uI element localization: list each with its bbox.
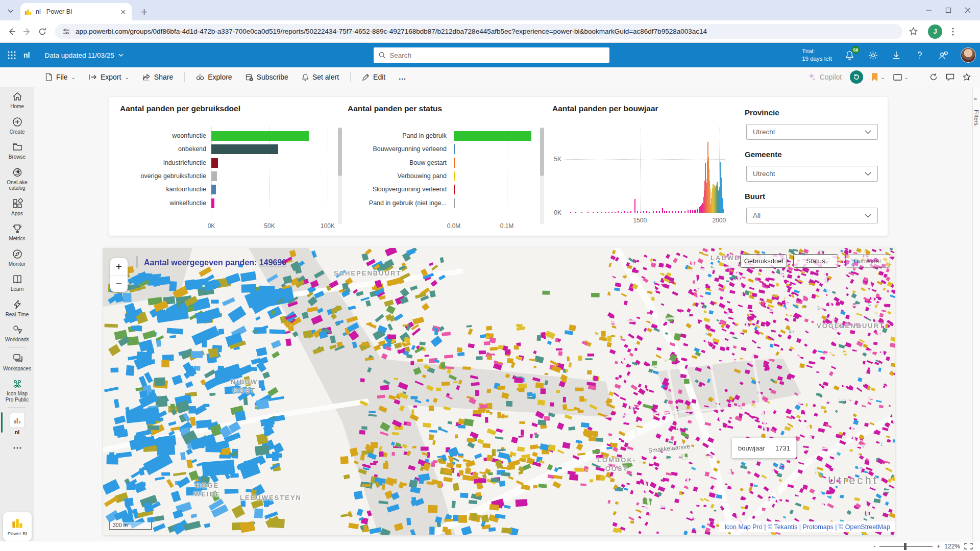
powerbi-product-button[interactable]: Power BI <box>3 512 32 541</box>
global-search[interactable] <box>374 47 609 63</box>
bar-industriefunctie[interactable] <box>211 158 218 168</box>
forward-button[interactable] <box>19 24 35 39</box>
help-icon[interactable] <box>914 49 926 61</box>
bar-kantoorfunctie[interactable] <box>211 185 216 194</box>
window-minimize-button[interactable] <box>926 7 932 13</box>
window-close-button[interactable] <box>965 7 971 13</box>
histogram-bar[interactable] <box>653 211 654 213</box>
copilot-button[interactable]: Copilot <box>807 72 842 82</box>
histogram-bar[interactable] <box>601 212 602 213</box>
sidebar-item-learn[interactable]: Learn <box>0 270 34 295</box>
sidebar-item-home[interactable]: Home <box>0 87 34 113</box>
histogram-bar[interactable] <box>694 210 695 213</box>
histogram-bar[interactable] <box>570 212 571 213</box>
comments-button[interactable] <box>946 73 954 81</box>
window-maximize-button[interactable] <box>945 7 951 13</box>
export-menu-button[interactable]: Export⌄ <box>85 69 133 85</box>
histogram-bar[interactable] <box>681 211 682 213</box>
feedback-icon[interactable] <box>937 49 949 61</box>
histogram-bar[interactable] <box>575 212 576 213</box>
bar-pand-in-gebruik[interactable] <box>454 131 531 141</box>
file-menu-button[interactable]: File⌄ <box>41 69 80 85</box>
chart-scrollbar-thumb[interactable] <box>540 128 544 176</box>
histogram-bar[interactable] <box>640 212 641 213</box>
histogram-bar[interactable] <box>690 210 691 213</box>
histogram-bar[interactable] <box>608 212 609 213</box>
refresh-visuals-button[interactable] <box>929 73 938 81</box>
sidebar-item-iconmap[interactable]: Icon MapPro Public <box>0 374 34 406</box>
histogram-bar[interactable] <box>618 211 619 213</box>
download-icon[interactable] <box>890 49 902 61</box>
sidebar-item-nl[interactable]: nl <box>0 409 34 439</box>
histogram-bar[interactable] <box>695 210 696 213</box>
expand-filters-icon[interactable]: « <box>974 95 977 102</box>
histogram-bar[interactable] <box>672 211 673 213</box>
map-buildings-canvas[interactable] <box>103 248 895 535</box>
browser-profile-avatar[interactable]: J <box>928 24 942 39</box>
histogram-bar[interactable] <box>611 212 612 213</box>
view-mode-button[interactable]: ⌄ <box>893 74 909 81</box>
histogram-bar[interactable] <box>643 211 644 213</box>
map-visual[interactable]: SCHEPENBUURTNIEUWOOSTHOGEWEIDELEEUWESTEY… <box>103 248 895 535</box>
bar-verbouwing-pand[interactable] <box>454 171 455 181</box>
filter-dropdown-provincie[interactable]: Utrecht <box>746 124 878 140</box>
histogram-bar[interactable] <box>675 211 676 213</box>
histogram-bar[interactable] <box>666 211 667 213</box>
page-zoom-out-button[interactable]: - <box>873 543 875 550</box>
explore-button[interactable]: Explore <box>192 69 236 85</box>
building-count-link[interactable]: 149690 <box>259 258 286 267</box>
bar-bouwvergunning-verleend[interactable] <box>454 144 455 154</box>
bar-sloopvergunning-verleend[interactable] <box>454 185 455 194</box>
bookmarks-button[interactable]: ⌄ <box>871 73 885 81</box>
histogram-bar[interactable] <box>723 209 724 213</box>
bar-overige-gebruiksfunctie[interactable] <box>211 171 217 181</box>
map-zoom-out-button[interactable]: − <box>110 275 128 292</box>
search-input[interactable] <box>389 52 604 59</box>
bookmark-star-icon[interactable] <box>905 24 921 39</box>
toolbar-more-button[interactable]: ... <box>395 69 410 85</box>
zoom-slider-handle[interactable] <box>904 543 906 550</box>
back-button[interactable] <box>4 24 19 39</box>
histogram-bar[interactable] <box>656 211 657 213</box>
histogram-bar[interactable] <box>587 212 589 213</box>
subscribe-button[interactable]: Subscribe <box>241 69 292 85</box>
histogram-bar[interactable] <box>697 209 698 213</box>
bar-bouw-gestart[interactable] <box>454 158 455 168</box>
page-zoom-slider[interactable] <box>879 546 933 547</box>
histogram-bar[interactable] <box>627 212 628 213</box>
sidebar-item-apps[interactable]: Apps <box>0 194 34 220</box>
histogram-bar[interactable] <box>605 212 606 213</box>
histogram-bar[interactable] <box>659 211 660 213</box>
map-zoom-in-button[interactable]: + <box>110 258 128 275</box>
histogram-bar[interactable] <box>684 211 685 213</box>
bar-woonfunctie[interactable] <box>211 131 309 141</box>
sidebar-item-monitor[interactable]: Monitor <box>0 245 34 270</box>
histogram-bar[interactable] <box>699 207 700 213</box>
waffle-menu-icon[interactable] <box>7 51 16 60</box>
filters-pane-label[interactable]: Filters <box>973 110 979 126</box>
map-mode-button-gebruiksdoel[interactable]: Gebruiksdoel <box>740 254 787 268</box>
sidebar-item-realtime[interactable]: Real-Time <box>0 295 34 321</box>
sidebar-item-workspaces[interactable]: Workspaces <box>0 349 34 375</box>
share-button[interactable]: Share <box>138 69 177 85</box>
histogram-bar[interactable] <box>692 210 693 213</box>
user-avatar[interactable] <box>961 47 976 63</box>
histogram-bar[interactable] <box>630 211 631 213</box>
tab-search-button[interactable] <box>4 5 17 18</box>
favorite-star-button[interactable] <box>963 73 971 81</box>
histogram-bar[interactable] <box>678 211 679 213</box>
site-info-icon[interactable] <box>62 28 70 36</box>
histogram-bar[interactable] <box>615 212 616 213</box>
browser-menu-icon[interactable] <box>945 24 961 39</box>
histogram-bar[interactable] <box>637 211 638 213</box>
sidebar-item-create[interactable]: Create <box>0 113 34 138</box>
sidebar-item-metrics[interactable]: Metrics <box>0 219 34 245</box>
fit-to-page-icon[interactable] <box>964 543 973 549</box>
histogram-bar[interactable] <box>597 212 598 213</box>
histogram-bar[interactable] <box>662 208 663 213</box>
sidebar-item-browse[interactable]: Browse <box>0 138 34 163</box>
filter-dropdown-buurt[interactable]: All <box>746 208 878 223</box>
map-mode-button-status[interactable]: Status <box>793 254 838 268</box>
histogram-bar[interactable] <box>593 212 594 213</box>
settings-gear-icon[interactable] <box>867 49 879 61</box>
